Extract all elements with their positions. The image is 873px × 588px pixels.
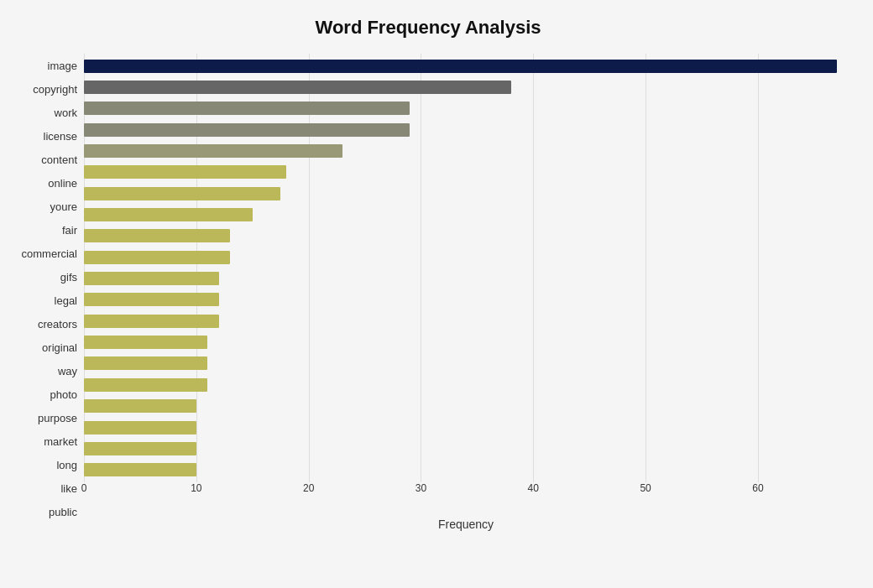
grid-and-bars: [84, 54, 848, 482]
bar-row: [84, 440, 848, 458]
x-tick-label: 0: [81, 482, 87, 494]
bar: [84, 144, 342, 158]
y-label: long: [56, 456, 77, 475]
bar: [84, 208, 253, 221]
x-axis-container: 0102030405060 Frequency: [84, 482, 848, 524]
y-label: gifs: [60, 268, 77, 286]
bar-row: [84, 78, 848, 96]
y-label: commercial: [22, 244, 77, 263]
y-label: content: [41, 150, 77, 169]
y-label: original: [42, 339, 77, 357]
y-label: work: [55, 103, 77, 122]
x-axis-label: Frequency: [84, 518, 848, 531]
y-label: fair: [62, 221, 77, 239]
bar-row: [84, 185, 848, 203]
x-tick-label: 10: [191, 482, 201, 494]
bar: [84, 272, 219, 285]
bars-and-grid: 0102030405060 Frequency: [84, 54, 848, 524]
bar: [84, 442, 196, 455]
y-label: youre: [50, 197, 77, 216]
x-tick-label: 50: [640, 482, 651, 494]
bar-row: [84, 163, 848, 181]
y-label: online: [48, 174, 77, 192]
bar: [84, 293, 219, 306]
bar-row: [84, 376, 848, 394]
bar: [84, 356, 207, 370]
y-label: way: [58, 362, 77, 381]
bar: [84, 399, 196, 413]
y-label: public: [49, 503, 77, 522]
bar-row: [84, 99, 848, 117]
y-label: photo: [50, 386, 77, 404]
bars-wrapper: [84, 54, 848, 482]
bar: [84, 315, 219, 328]
bar-row: [84, 354, 848, 372]
y-label: legal: [55, 291, 77, 310]
bar-row: [84, 269, 848, 288]
x-tick-label: 40: [528, 482, 539, 494]
bar-row: [84, 312, 848, 330]
bar-row: [84, 333, 848, 351]
chart-container: Word Frequency Analysis imagecopyrightwo…: [0, 0, 873, 588]
bar: [84, 463, 196, 476]
y-label: market: [44, 433, 77, 451]
y-label: copyright: [33, 80, 77, 98]
bar: [84, 81, 511, 94]
bar-row: [84, 57, 848, 75]
y-label: image: [48, 56, 77, 75]
bar-row: [84, 461, 848, 479]
bar: [84, 421, 196, 434]
bar: [84, 336, 207, 349]
x-tick-label: 60: [752, 482, 763, 494]
x-tick-label: 20: [303, 482, 314, 494]
bar-row: [84, 419, 848, 437]
bar: [84, 229, 230, 242]
y-label: license: [44, 127, 77, 145]
bar: [84, 60, 837, 73]
bar-row: [84, 121, 848, 139]
bar-row: [84, 397, 848, 415]
bar-row: [84, 226, 848, 245]
bar-row: [84, 142, 848, 160]
bar: [84, 378, 207, 392]
y-label: purpose: [38, 409, 77, 428]
x-ticks: 0102030405060: [84, 482, 848, 499]
bar: [84, 165, 286, 179]
bar: [84, 251, 230, 264]
y-axis-labels: imagecopyrightworklicensecontentonlineyo…: [8, 54, 84, 524]
x-tick-label: 30: [416, 482, 426, 494]
bar-row: [84, 290, 848, 309]
bar: [84, 187, 280, 200]
y-label: creators: [38, 315, 77, 334]
chart-title: Word Frequency Analysis: [8, 17, 848, 39]
bar-row: [84, 206, 848, 224]
y-label: like: [60, 480, 77, 498]
chart-area: imagecopyrightworklicensecontentonlineyo…: [8, 54, 848, 524]
bar: [84, 101, 410, 115]
bar: [84, 123, 410, 137]
bar-row: [84, 248, 848, 267]
